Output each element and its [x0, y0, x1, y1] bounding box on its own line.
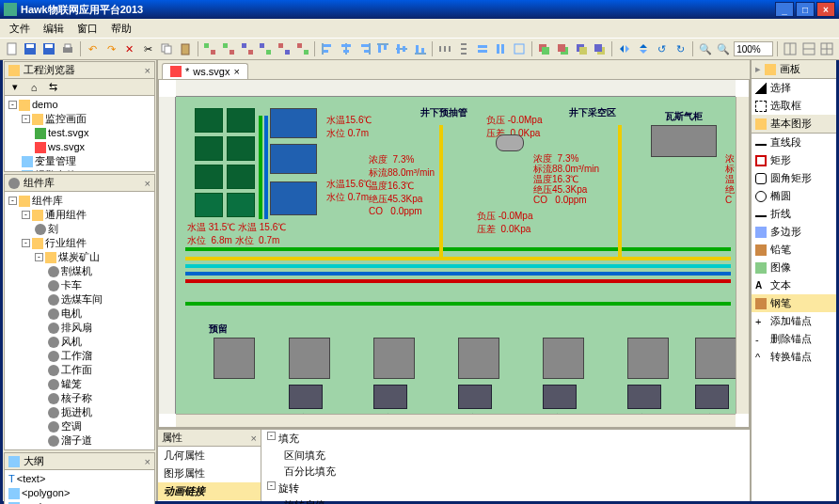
tool-group4[interactable] — [258, 40, 275, 57]
tool-same[interactable] — [511, 40, 528, 57]
tool-align-b[interactable] — [412, 40, 429, 57]
svg-rect-48 — [497, 44, 499, 54]
ruler-horizontal — [176, 80, 736, 97]
tool-z2[interactable] — [554, 40, 571, 57]
zoom-input[interactable] — [734, 41, 773, 56]
prop-group-selected[interactable]: 动画链接 — [158, 482, 261, 500]
panel-close-icon[interactable]: × — [145, 456, 150, 467]
project-tree[interactable]: -demo -监控画面 test.svgx ws.svgx 变量管理 报警事件 … — [5, 96, 154, 171]
prop-item[interactable]: 旋转启停 — [261, 497, 750, 504]
svg-rect-9 — [182, 44, 189, 55]
prop-item[interactable]: 百分比填充 — [261, 464, 750, 480]
editor-tab[interactable]: *ws.svgx× — [162, 63, 248, 79]
tool-group3[interactable] — [239, 40, 256, 57]
tool-marquee[interactable]: 选取框 — [752, 97, 836, 115]
tool-conv-anchor[interactable]: ^转换锚点 — [752, 348, 836, 366]
minimize-button[interactable]: _ — [775, 2, 794, 17]
tool-align-r[interactable] — [356, 40, 373, 57]
tool-flip-v[interactable] — [635, 40, 652, 57]
panel-close-icon[interactable]: × — [251, 433, 257, 444]
tool-print[interactable] — [59, 40, 76, 57]
tool-add-anchor[interactable]: +添加锚点 — [752, 312, 836, 330]
tool-save[interactable] — [23, 40, 40, 57]
panel-close-icon[interactable]: × — [145, 65, 150, 76]
menu-window[interactable]: 窗口 — [71, 20, 103, 38]
tool-pen[interactable]: 钢笔 — [752, 294, 836, 312]
tool-copy[interactable] — [158, 40, 175, 57]
tool-dist-v[interactable] — [455, 40, 472, 57]
tool-del-anchor[interactable]: -删除锚点 — [752, 330, 836, 348]
components-panel: 组件库× -组件库 -通用组件 刻 -行业组件 -煤炭矿山 割煤机 卡车 — [4, 174, 155, 450]
tool-group2[interactable] — [220, 40, 237, 57]
palette-title: 画板 — [780, 62, 800, 76]
tool-cut[interactable]: ✂ — [140, 40, 157, 57]
tool-z1[interactable] — [536, 40, 553, 57]
tool-align-l[interactable] — [319, 40, 336, 57]
tool-redo[interactable]: ↷ — [103, 40, 119, 57]
tool-flip-h[interactable] — [616, 40, 633, 57]
tool-paste[interactable] — [177, 40, 194, 57]
components-tree[interactable]: -组件库 -通用组件 刻 -行业组件 -煤炭矿山 割煤机 卡车 选煤车间 电机 — [5, 192, 154, 449]
panel-close-icon[interactable]: × — [145, 178, 150, 189]
tool-new[interactable] — [4, 40, 21, 57]
tool-grid3[interactable] — [818, 40, 835, 57]
tool-polygon[interactable]: 多边形 — [752, 223, 836, 241]
canvas[interactable]: 水温15.6℃ 水位 0.7m 井下预抽管 负压 -0.0Mpa 压差 0.0K… — [176, 97, 736, 414]
link-icon[interactable]: ⇆ — [44, 79, 61, 96]
svg-rect-8 — [165, 46, 171, 54]
tool-same-h[interactable] — [492, 40, 509, 57]
tool-z4[interactable] — [592, 40, 609, 57]
tool-dist-h[interactable] — [436, 40, 453, 57]
tool-select[interactable]: 选择 — [752, 79, 836, 97]
tool-align-t[interactable] — [374, 40, 391, 57]
tool-save2[interactable] — [40, 40, 57, 57]
scrollbar-vertical[interactable] — [736, 97, 749, 414]
tool-rrect[interactable]: 圆角矩形 — [752, 169, 836, 187]
tool-rot-l[interactable]: ↺ — [654, 40, 671, 57]
collapse-icon[interactable]: - — [267, 481, 276, 490]
tool-zoom-out[interactable]: 🔍 — [716, 40, 733, 57]
collapse-icon[interactable]: ▾ — [7, 79, 24, 96]
svg-rect-56 — [579, 47, 587, 55]
menu-file[interactable]: 文件 — [4, 20, 36, 38]
tool-line[interactable]: 直线段 — [752, 134, 836, 151]
prop-group[interactable]: 图形属性 — [158, 465, 261, 482]
scrollbar-horizontal[interactable] — [176, 414, 736, 427]
svg-rect-50 — [514, 44, 524, 54]
tool-image[interactable]: 图像 — [752, 259, 836, 276]
tool-z3[interactable] — [573, 40, 590, 57]
svg-rect-54 — [558, 44, 565, 52]
tool-grid1[interactable] — [782, 40, 799, 57]
tool-polyline[interactable]: 折线 — [752, 205, 836, 223]
tool-rect[interactable]: 矩形 — [752, 151, 836, 169]
tool-group5[interactable] — [276, 40, 293, 57]
tool-rot-r[interactable]: ↻ — [672, 40, 689, 57]
svg-rect-16 — [260, 43, 264, 48]
tool-group1[interactable] — [202, 40, 219, 57]
tool-group6[interactable] — [294, 40, 311, 57]
tab-close-icon[interactable]: × — [233, 66, 239, 77]
tool-text[interactable]: A文本 — [752, 276, 836, 294]
svg-rect-26 — [341, 44, 351, 47]
tool-same-w[interactable] — [474, 40, 491, 57]
home-icon[interactable]: ⌂ — [25, 79, 42, 96]
tool-grid2[interactable] — [800, 40, 817, 57]
menu-help[interactable]: 帮助 — [105, 20, 137, 38]
tool-delete[interactable]: ✕ — [121, 40, 138, 57]
titlebar: Hawk物联网应用平台2013 _ □ × — [0, 0, 839, 19]
tool-align-m[interactable] — [393, 40, 410, 57]
menu-edit[interactable]: 编辑 — [38, 20, 70, 38]
toolbar: ↶ ↷ ✕ ✂ ↺ ↻ 🔍 🔍 — [0, 38, 839, 60]
tool-align-c[interactable] — [338, 40, 355, 57]
tool-pencil[interactable]: 铅笔 — [752, 241, 836, 259]
outline-tree[interactable]: T<text> <polygon> <polygon> <polygon> <p… — [5, 470, 154, 504]
prop-item[interactable]: 区间填充 — [261, 448, 750, 464]
tool-zoom-in[interactable]: 🔍 — [697, 40, 714, 57]
svg-rect-41 — [444, 46, 446, 52]
collapse-icon[interactable]: - — [267, 432, 276, 440]
tool-ellipse[interactable]: 椭圆 — [752, 187, 836, 205]
maximize-button[interactable]: □ — [796, 2, 815, 17]
prop-group[interactable]: 几何属性 — [158, 447, 261, 465]
close-button[interactable]: × — [816, 2, 835, 17]
tool-undo[interactable]: ↶ — [85, 40, 102, 57]
